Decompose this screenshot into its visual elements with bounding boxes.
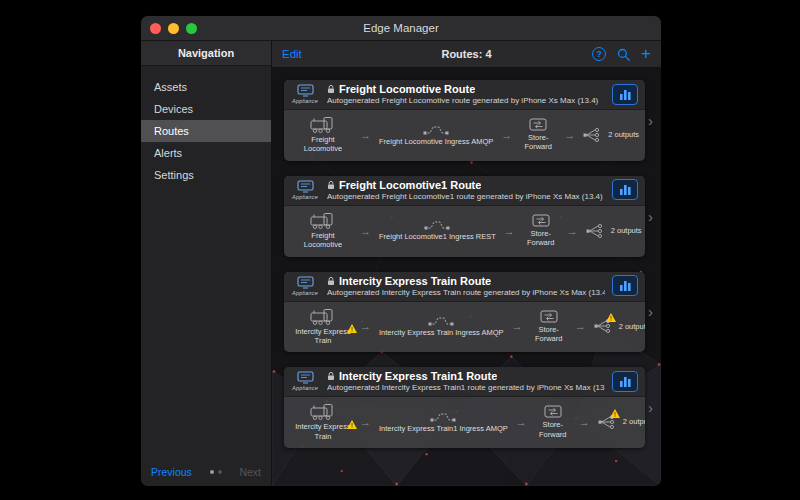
- ingress-label: Intercity Express Train1 Ingress AMQP: [379, 424, 508, 433]
- sidebar-item-routes[interactable]: Routes: [141, 120, 271, 142]
- route-title: Intercity Express Train1 Route: [339, 370, 497, 382]
- route-title: Intercity Express Train Route: [339, 275, 491, 287]
- previous-button[interactable]: Previous: [151, 466, 192, 478]
- outputs-label: 2 outputs: [619, 322, 645, 331]
- route-card-header: Appliance Intercity Express Train Route …: [284, 272, 645, 302]
- svg-text:!: !: [351, 326, 353, 333]
- svg-text:!: !: [610, 315, 612, 322]
- route-card-header: Appliance Freight Locomotive Route Autog…: [284, 80, 645, 110]
- outputs-label: 2 outputs: [611, 226, 642, 235]
- flow-arrow-icon: →: [360, 416, 371, 428]
- ingress-label: Freight Locomotive1 Ingress REST: [379, 232, 496, 241]
- route-header-text: Freight Locomotive Route Autogenerated F…: [327, 83, 605, 105]
- pipeline-source-node: Intercity Express Train !: [294, 308, 352, 346]
- sidebar-item-settings[interactable]: Settings: [141, 164, 271, 186]
- close-window-button[interactable]: [150, 23, 161, 34]
- train-icon: [310, 116, 336, 133]
- add-route-icon[interactable]: +: [641, 48, 651, 60]
- metrics-button[interactable]: [612, 275, 638, 296]
- lock-icon: [327, 180, 335, 190]
- train-icon: [310, 403, 336, 420]
- store-label: Store-Forward: [520, 133, 556, 152]
- sidebar-item-assets[interactable]: Assets: [141, 76, 271, 98]
- store-label: Store-Forward: [531, 325, 567, 344]
- ingress-icon: [430, 411, 456, 422]
- outputs-label: 2 outputs: [623, 417, 645, 426]
- metrics-button[interactable]: [612, 179, 638, 200]
- window-title: Edge Manager: [141, 22, 661, 34]
- toolbar: Edit Routes: 4 ? +: [272, 41, 661, 68]
- route-subtitle: Autogenerated Intercity Express Train1 r…: [327, 383, 605, 392]
- ingress-label: Freight Locomotive Ingress AMQP: [379, 137, 493, 146]
- ingress-label: Intercity Express Train Ingress AMQP: [379, 328, 504, 337]
- search-icon[interactable]: [617, 48, 630, 61]
- bar-chart-icon: [619, 89, 632, 100]
- appliance-label: Appliance: [292, 385, 318, 391]
- route-card-freight-locomotive1[interactable]: Appliance Freight Locomotive1 Route Auto…: [284, 176, 645, 257]
- lock-icon: [327, 84, 335, 94]
- sidebar-item-devices[interactable]: Devices: [141, 98, 271, 120]
- sidebar-header: Navigation: [141, 41, 271, 66]
- train-icon: [310, 308, 336, 325]
- appliance-label: Appliance: [292, 194, 318, 200]
- store-forward-icon: [529, 118, 547, 131]
- source-label: Intercity Express Train: [294, 422, 352, 441]
- route-card-intercity-express-train1[interactable]: Appliance Intercity Express Train1 Route…: [284, 367, 645, 448]
- flow-arrow-icon: →: [579, 416, 590, 428]
- routes-list: Appliance Freight Locomotive Route Autog…: [272, 68, 661, 460]
- route-header-text: Freight Locomotive1 Route Autogenerated …: [327, 179, 605, 201]
- bar-chart-icon: [619, 184, 632, 195]
- route-header-text: Intercity Express Train Route Autogenera…: [327, 275, 605, 297]
- traffic-lights: [150, 16, 197, 40]
- bar-chart-icon: [619, 280, 632, 291]
- lock-icon: [327, 276, 335, 286]
- disclosure-chevron-icon[interactable]: ›: [645, 209, 655, 224]
- help-icon[interactable]: ?: [592, 47, 606, 61]
- disclosure-chevron-icon[interactable]: ›: [645, 304, 655, 319]
- flow-arrow-icon: →: [575, 320, 586, 332]
- route-card-intercity-express-train[interactable]: Appliance Intercity Express Train Route …: [284, 272, 645, 353]
- flow-arrow-icon: →: [501, 129, 512, 141]
- svg-text:!: !: [351, 422, 353, 429]
- flow-arrow-icon: →: [512, 320, 523, 332]
- sidebar: Navigation Assets Devices Routes Alerts …: [141, 41, 272, 486]
- window-titlebar[interactable]: Edge Manager: [141, 16, 661, 41]
- pipeline-ingress-node: Intercity Express Train1 Ingress AMQP: [379, 411, 508, 433]
- route-row: Appliance Freight Locomotive1 Route Auto…: [284, 176, 655, 257]
- sidebar-item-alerts[interactable]: Alerts: [141, 142, 271, 164]
- warning-icon: !: [347, 420, 357, 429]
- store-forward-icon: [532, 214, 550, 227]
- store-forward-icon: [540, 310, 558, 323]
- zoom-window-button[interactable]: [186, 23, 197, 34]
- minimize-window-button[interactable]: [168, 23, 179, 34]
- route-card-freight-locomotive[interactable]: Appliance Freight Locomotive Route Autog…: [284, 80, 645, 161]
- metrics-button[interactable]: [612, 371, 638, 392]
- next-button[interactable]: Next: [239, 466, 261, 478]
- route-subtitle: Autogenerated Freight Locomotive route g…: [327, 96, 605, 105]
- app-window: Edge Manager Navigation Assets Devices R…: [140, 15, 662, 487]
- source-label: Intercity Express Train: [294, 327, 352, 346]
- pipeline-store-node: Store-Forward: [520, 118, 556, 152]
- pipeline-source-node: Freight Locomotive !: [294, 212, 352, 250]
- route-header-text: Intercity Express Train1 Route Autogener…: [327, 370, 605, 392]
- route-pipeline: Freight Locomotive ! → Freight Locomotiv…: [284, 110, 645, 161]
- route-pipeline: Intercity Express Train ! → Intercity Ex…: [284, 302, 645, 353]
- lock-icon: [327, 371, 335, 381]
- warning-icon: !: [606, 313, 616, 322]
- route-card-header: Appliance Freight Locomotive1 Route Auto…: [284, 176, 645, 206]
- pipeline-store-node: Store-Forward: [523, 214, 559, 248]
- store-forward-icon: [544, 405, 562, 418]
- train-icon: [310, 212, 336, 229]
- edit-button[interactable]: Edit: [282, 48, 302, 60]
- pipeline-store-node: Store-Forward: [531, 310, 567, 344]
- metrics-button[interactable]: [612, 84, 638, 105]
- disclosure-chevron-icon[interactable]: ›: [645, 400, 655, 415]
- route-title: Freight Locomotive1 Route: [339, 179, 481, 191]
- source-label: Freight Locomotive: [294, 135, 352, 154]
- pipeline-outputs-node: ! 2 outputs: [598, 414, 645, 430]
- pipeline-source-node: Intercity Express Train !: [294, 403, 352, 441]
- bar-chart-icon: [619, 376, 632, 387]
- page-dots[interactable]: [208, 470, 224, 474]
- disclosure-chevron-icon[interactable]: ›: [645, 113, 655, 128]
- appliance-label: Appliance: [292, 290, 318, 296]
